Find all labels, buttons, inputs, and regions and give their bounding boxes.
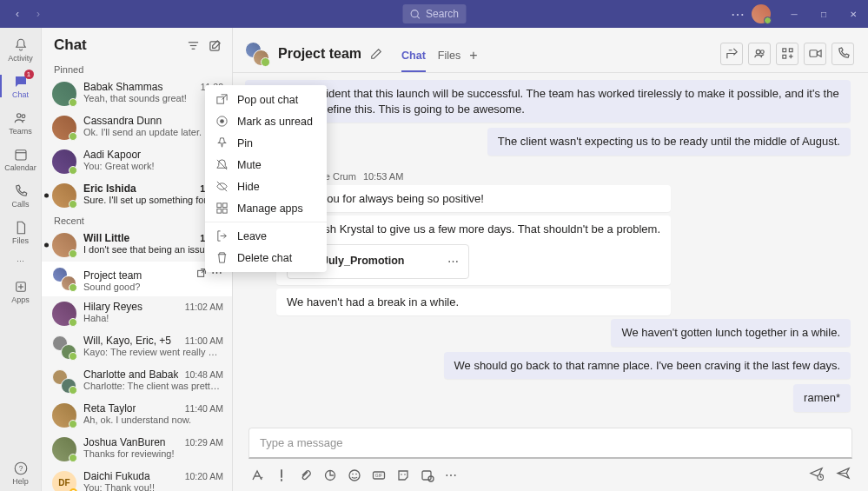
menu-popout[interactable]: Pop out chat <box>205 89 327 110</box>
chat-item[interactable]: Charlotte and Babak10:48 AMCharlotte: Th… <box>42 364 232 398</box>
loop-icon[interactable] <box>323 468 337 482</box>
share-button[interactable] <box>720 43 743 65</box>
menu-delete[interactable]: Delete chat <box>205 247 327 269</box>
rail-help[interactable]: ? Help <box>0 455 42 491</box>
chat-item[interactable]: Will, Kayo, Eric, +511:00 AMKayo: The re… <box>42 330 232 364</box>
video-button[interactable] <box>804 43 826 65</box>
svg-point-31 <box>352 473 354 474</box>
file-icon <box>13 220 29 236</box>
svg-rect-37 <box>422 471 431 480</box>
svg-point-18 <box>220 119 224 123</box>
compose-input[interactable]: Type a message <box>248 428 852 459</box>
svg-line-1 <box>417 16 419 17</box>
more-button[interactable]: ⋯ <box>724 6 752 23</box>
schedule-icon[interactable] <box>421 468 434 482</box>
avatar <box>52 183 76 208</box>
message-bubble: I will push Krystal to give us a few mor… <box>276 216 671 285</box>
tab-chat[interactable]: Chat <box>401 50 426 72</box>
apps-button[interactable] <box>776 43 798 65</box>
app-rail: Activity Chat Teams Calendar Calls Files <box>0 28 42 491</box>
svg-rect-21 <box>217 209 222 213</box>
attach-icon[interactable] <box>299 468 313 482</box>
message-bubble: Thank you for always being so positive! <box>276 185 671 213</box>
avatar <box>52 302 76 326</box>
call-button[interactable] <box>832 43 854 65</box>
message-bubble: We haven't had a break in a while. <box>276 289 671 316</box>
message-bubble: The client wasn't expecting us to be rea… <box>487 128 851 156</box>
message-bubble: ramen* <box>793 384 851 412</box>
svg-point-30 <box>349 470 360 481</box>
sticker-icon[interactable] <box>396 468 410 482</box>
rail-chat[interactable]: Chat <box>0 68 42 104</box>
avatar <box>52 437 76 461</box>
rail-activity[interactable]: Activity <box>0 31 42 68</box>
menu-hide[interactable]: Hide <box>205 176 327 197</box>
avatar <box>52 149 76 174</box>
gif-icon[interactable]: GIF <box>372 468 386 482</box>
send-later-icon[interactable] <box>809 466 824 481</box>
message-time: 10:53 AM <box>363 171 403 182</box>
filter-icon[interactable] <box>187 39 200 52</box>
svg-text:?: ? <box>18 465 23 473</box>
svg-point-32 <box>355 473 357 474</box>
chat-item[interactable]: Babak Shammas11:32Yeah, that sounds grea… <box>42 76 232 110</box>
priority-icon[interactable] <box>275 468 288 482</box>
add-tab-button[interactable]: + <box>469 48 477 72</box>
rail-teams[interactable]: Teams <box>0 104 42 141</box>
svg-rect-19 <box>217 203 222 208</box>
back-button[interactable]: ‹ <box>7 3 28 24</box>
rail-calls[interactable]: Calls <box>0 177 42 214</box>
search-icon <box>409 9 421 20</box>
participants-button[interactable] <box>748 43 771 65</box>
chat-item[interactable]: Reta Taylor11:40 AMAh, ok. I understand … <box>42 398 232 432</box>
search-placeholder: Search <box>426 8 459 20</box>
menu-mute[interactable]: Mute <box>205 154 327 176</box>
edit-icon[interactable] <box>370 48 382 60</box>
chat-item[interactable]: Aadi KapoorYou: Great work! <box>42 144 232 178</box>
forward-button[interactable]: › <box>28 3 49 24</box>
menu-leave[interactable]: Leave <box>205 225 327 247</box>
help-icon: ? <box>13 461 29 476</box>
rail-calendar[interactable]: Calendar <box>0 141 42 177</box>
chat-item[interactable]: Cassandra DunnOk. I'll send an update la… <box>42 110 232 144</box>
maximize-button[interactable]: □ <box>809 0 838 28</box>
phone-icon <box>13 183 29 199</box>
tab-files[interactable]: Files <box>438 50 461 72</box>
chat-item-active[interactable]: Project team ⋯ Sound good? <box>42 262 232 296</box>
menu-mark-unread[interactable]: Mark as unread <box>205 110 327 132</box>
chat-item[interactable]: Hilary Reyes11:02 AMHaha! <box>42 296 232 330</box>
rail-files[interactable]: Files <box>0 214 42 250</box>
svg-rect-27 <box>782 55 785 58</box>
chat-item[interactable]: Joshua VanBuren10:29 AMThanks for review… <box>42 432 232 466</box>
svg-rect-16 <box>217 97 224 104</box>
people-icon <box>13 110 29 126</box>
chat-item[interactable]: Will Little11:42I don't see that being a… <box>42 228 232 262</box>
format-icon[interactable] <box>250 468 264 482</box>
message-bubble: We haven't gotten lunch together in a wh… <box>611 319 851 347</box>
chat-item[interactable]: DF Daichi Fukuda10:20 AMYou: Thank you!! <box>42 466 232 492</box>
svg-text:GIF: GIF <box>375 473 382 478</box>
svg-point-3 <box>22 114 25 117</box>
minimize-button[interactable]: ─ <box>779 0 809 28</box>
search-input[interactable]: Search <box>402 4 466 23</box>
close-button[interactable]: ✕ <box>838 0 868 28</box>
avatar <box>52 233 76 257</box>
calendar-icon <box>13 147 29 163</box>
new-chat-icon[interactable] <box>209 39 222 52</box>
emoji-icon[interactable] <box>348 468 361 482</box>
svg-point-0 <box>411 10 418 17</box>
svg-rect-28 <box>809 50 816 57</box>
recent-label: Recent <box>42 212 232 228</box>
chat-header: Project team Chat Files + <box>233 28 868 73</box>
user-avatar[interactable] <box>752 4 771 23</box>
rail-apps[interactable]: Apps <box>0 273 42 309</box>
chat-list: Chat Pinned Babak Shammas11:32Yeah, that… <box>42 28 233 491</box>
send-icon[interactable] <box>836 466 851 481</box>
menu-pin[interactable]: Pin <box>205 132 327 154</box>
more-tools-icon[interactable]: ⋯ <box>445 468 458 482</box>
menu-manage-apps[interactable]: Manage apps <box>205 197 327 219</box>
attachment-more-icon[interactable]: ⋯ <box>447 254 460 269</box>
svg-point-23 <box>756 50 760 54</box>
chat-item[interactable]: Eric Ishida11:46Sure. I'll set up someth… <box>42 178 232 212</box>
rail-more[interactable]: ⋯ <box>0 250 42 273</box>
